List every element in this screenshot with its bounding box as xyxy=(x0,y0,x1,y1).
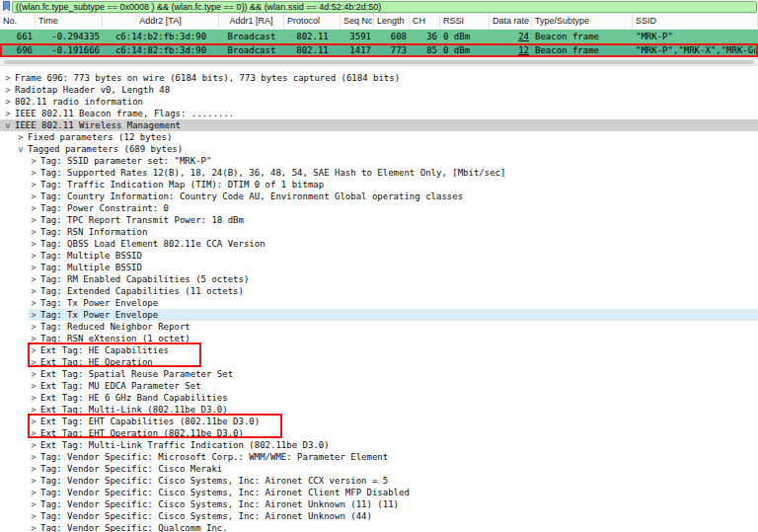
tree-line[interactable]: >Radiotap Header v0, Length 48 xyxy=(0,84,758,96)
tree-line[interactable]: >Ext Tag: EHT Operation (802.11be D3.0) xyxy=(0,427,758,439)
tree-line[interactable]: >Tag: Power Constraint: 0 xyxy=(0,202,758,214)
column-header-length[interactable]: Length xyxy=(374,14,410,29)
expander-closed-icon[interactable]: > xyxy=(29,451,38,463)
tree-line[interactable]: >Tag: RSN eXtension (1 octet) xyxy=(0,333,758,344)
horizontal-scrollbar[interactable] xyxy=(0,58,758,66)
expander-closed-icon[interactable]: > xyxy=(3,108,13,119)
expander-closed-icon[interactable]: > xyxy=(29,498,38,510)
expander-closed-icon[interactable]: > xyxy=(29,392,38,404)
expander-closed-icon[interactable]: > xyxy=(29,380,38,392)
expander-closed-icon[interactable]: > xyxy=(29,368,38,380)
column-header-type-subtype[interactable]: Type/Subtype xyxy=(532,14,633,29)
expander-closed-icon[interactable]: > xyxy=(29,297,38,309)
expander-closed-icon[interactable]: > xyxy=(29,309,38,321)
tree-line[interactable]: >Tag: Reduced Neighbor Report xyxy=(0,321,758,333)
tree-line[interactable]: >Ext Tag: MU EDCA Parameter Set xyxy=(0,380,758,392)
column-header-ch[interactable]: CH xyxy=(410,14,440,29)
column-header-no[interactable]: ▴No. xyxy=(0,14,36,29)
tree-line[interactable]: >Tag: Vendor Specific: Cisco Systems, In… xyxy=(0,498,758,510)
tree-line[interactable]: >Ext Tag: Spatial Reuse Parameter Set xyxy=(0,368,758,380)
tree-line[interactable]: >Frame 696: 773 bytes on wire (6184 bits… xyxy=(0,72,758,84)
expander-closed-icon[interactable]: > xyxy=(29,427,38,439)
tree-line[interactable]: >802.11 radio information xyxy=(0,96,758,108)
expander-closed-icon[interactable]: > xyxy=(29,475,38,487)
tree-line[interactable]: >Fixed parameters (12 bytes) xyxy=(0,131,758,143)
tree-line[interactable]: >Tag: Supported Rates 12(B), 18, 24(B), … xyxy=(0,167,758,179)
tree-line[interactable]: >Tag: Vendor Specific: Cisco Meraki xyxy=(0,463,758,475)
tree-line[interactable]: >Ext Tag: HE Capabilities xyxy=(0,344,758,356)
expander-closed-icon[interactable]: > xyxy=(29,522,38,532)
expander-closed-icon[interactable]: > xyxy=(29,190,38,202)
tree-line[interactable]: >Ext Tag: HE Operation xyxy=(0,356,758,368)
tree-line[interactable]: >Tag: Extended Capabilities (11 octets) xyxy=(0,285,758,297)
column-header-addr1-ra[interactable]: Addr1 [RA] xyxy=(219,14,284,29)
tree-line[interactable]: >Ext Tag: Multi-Link (802.11be D3.0) xyxy=(0,404,758,416)
tree-line[interactable]: >Tag: Traffic Indication Map (TIM): DTIM… xyxy=(0,179,758,190)
expander-closed-icon[interactable]: > xyxy=(29,510,38,522)
expander-closed-icon[interactable]: > xyxy=(29,262,38,273)
expander-closed-icon[interactable]: > xyxy=(3,96,13,108)
tree-line[interactable]: >Tag: Vendor Specific: Cisco Systems, In… xyxy=(0,510,758,522)
tree-line[interactable]: >Tag: TPC Report Transmit Power: 18 dBm xyxy=(0,214,758,226)
column-header-protocol[interactable]: Protocol xyxy=(284,14,341,29)
tree-line[interactable]: >IEEE 802.11 Beacon frame, Flags: ......… xyxy=(0,108,758,119)
tree-line-text: Tag: Supported Rates 12(B), 18, 24(B), 3… xyxy=(40,168,505,178)
tree-line-text: Tag: RM Enabled Capabilities (5 octets) xyxy=(40,274,249,284)
tree-line-text: Fixed parameters (12 bytes) xyxy=(28,132,172,142)
tree-line[interactable]: >Tag: QBSS Load Element 802.11e CCA Vers… xyxy=(0,238,758,250)
expander-closed-icon[interactable]: > xyxy=(29,226,38,238)
tree-line[interactable]: >Tag: Multiple BSSID xyxy=(0,250,758,262)
expander-closed-icon[interactable]: > xyxy=(29,463,38,475)
expander-closed-icon[interactable]: > xyxy=(29,356,38,368)
tree-line[interactable]: vIEEE 802.11 Wireless Management xyxy=(0,119,758,131)
scrollbar-thumb[interactable] xyxy=(4,60,754,64)
tree-line[interactable]: >Tag: Country Information: Country Code … xyxy=(0,190,758,202)
tree-line[interactable]: >Tag: Vendor Specific: Cisco Systems, In… xyxy=(0,487,758,498)
display-filter-input[interactable]: ((wlan.fc.type_subtype == 0x0008 ) && (w… xyxy=(12,1,757,13)
expander-closed-icon[interactable]: > xyxy=(29,238,38,250)
tree-line[interactable]: >Tag: Vendor Specific: Qualcomm Inc. xyxy=(0,522,758,532)
column-header-ssid[interactable]: SSID xyxy=(633,14,758,29)
tree-line[interactable]: >Ext Tag: EHT Capabilities (802.11be D3.… xyxy=(0,416,758,427)
tree-line[interactable]: >Tag: Vendor Specific: Cisco Systems, In… xyxy=(0,475,758,487)
expander-closed-icon[interactable]: > xyxy=(29,155,38,167)
expander-closed-icon[interactable]: > xyxy=(29,273,38,285)
expander-closed-icon[interactable]: > xyxy=(29,214,38,226)
packet-row-661[interactable]: 661-0.294335c6:14:b2:fb:3d:90Broadcast80… xyxy=(0,30,758,43)
column-header-addr2-ta[interactable]: Addr2 [TA] xyxy=(103,14,219,29)
tree-line[interactable]: vTagged parameters (689 bytes) xyxy=(0,143,758,155)
expander-closed-icon[interactable]: > xyxy=(29,333,38,344)
column-header-time[interactable]: Time xyxy=(36,14,103,29)
expander-closed-icon[interactable]: > xyxy=(29,487,38,498)
tree-line[interactable]: >Tag: Tx Power Envelope xyxy=(0,297,758,309)
tree-line[interactable]: >Tag: RSN Information xyxy=(0,226,758,238)
tree-line[interactable]: >Tag: Tx Power Envelope xyxy=(0,309,758,321)
expander-closed-icon[interactable]: > xyxy=(29,416,38,427)
expander-closed-icon[interactable]: > xyxy=(29,404,38,416)
tree-line[interactable]: >Tag: SSID parameter set: "MRK-P" xyxy=(0,155,758,167)
expander-closed-icon[interactable]: > xyxy=(29,321,38,333)
column-header-rssi[interactable]: RSSI xyxy=(440,14,490,29)
tree-line[interactable]: >Tag: Vendor Specific: Microsoft Corp.: … xyxy=(0,451,758,463)
tree-line[interactable]: >Tag: RM Enabled Capabilities (5 octets) xyxy=(0,273,758,285)
expander-closed-icon[interactable]: > xyxy=(3,84,13,96)
expander-closed-icon[interactable]: > xyxy=(29,439,38,451)
expander-closed-icon[interactable]: > xyxy=(29,167,38,179)
tree-line[interactable]: >Ext Tag: HE 6 GHz Band Capabilities xyxy=(0,392,758,404)
expander-closed-icon[interactable]: > xyxy=(29,344,38,356)
column-header-data-rate[interactable]: Data rate xyxy=(490,14,532,29)
expander-closed-icon[interactable]: > xyxy=(16,131,26,143)
column-header-seq-nc[interactable]: Seq Nc xyxy=(341,14,374,29)
expander-open-icon[interactable]: v xyxy=(3,119,13,131)
tree-line-text: Ext Tag: Multi-Link (802.11be D3.0) xyxy=(40,405,228,415)
tree-line[interactable]: >Ext Tag: Multi-Link Traffic Indication … xyxy=(0,439,758,451)
expander-open-icon[interactable]: v xyxy=(16,143,26,155)
tree-line[interactable]: >Tag: Multiple BSSID xyxy=(0,262,758,273)
expander-closed-icon[interactable]: > xyxy=(29,250,38,262)
expander-closed-icon[interactable]: > xyxy=(3,72,13,84)
packet-row-696[interactable]: 696-0.191666c6:14:82:fb:3d:90Broadcast80… xyxy=(0,43,758,57)
expander-closed-icon[interactable]: > xyxy=(29,285,38,297)
expander-closed-icon[interactable]: > xyxy=(29,202,38,214)
expander-closed-icon[interactable]: > xyxy=(29,179,38,190)
filter-bookmark-icon[interactable] xyxy=(0,0,12,13)
